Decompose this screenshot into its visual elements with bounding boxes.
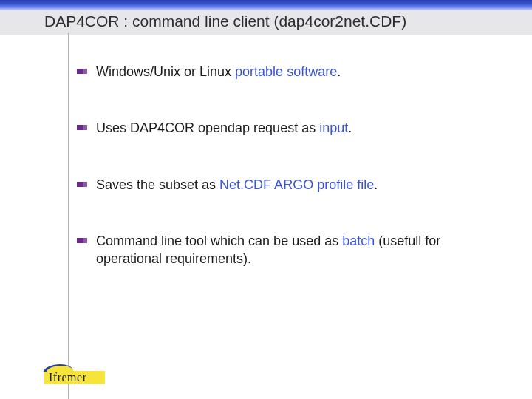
- slide-title: DAP4COR : command line client (dap4cor2n…: [44, 13, 406, 30]
- content-area: Windows/Unix or Linux portable software.…: [0, 35, 532, 267]
- list-item: Uses DAP4COR opendap request as input.: [77, 119, 495, 137]
- text-post: .: [374, 177, 378, 192]
- text-pre: Windows/Unix or Linux: [96, 64, 235, 79]
- text-pre: Command line tool which can be used as: [96, 233, 342, 248]
- text-highlight: input: [319, 120, 348, 135]
- bullet-icon: [77, 69, 87, 74]
- header-gradient-band: [0, 0, 532, 10]
- bullet-icon: [77, 125, 87, 130]
- text-highlight: portable software: [235, 64, 337, 79]
- list-item: Windows/Unix or Linux portable software.: [77, 63, 495, 81]
- logo: Ifremer: [44, 363, 105, 384]
- bullet-icon: [77, 182, 87, 187]
- slide-title-bar: DAP4COR : command line client (dap4cor2n…: [0, 10, 532, 35]
- text-pre: Uses DAP4COR opendap request as: [96, 120, 319, 135]
- list-item: Command line tool which can be used as b…: [77, 232, 495, 268]
- logo-swoosh-icon: [44, 363, 77, 373]
- vertical-divider: [68, 33, 69, 399]
- text-post: .: [348, 120, 352, 135]
- bullet-text: Saves the subset as Net.CDF ARGO profile…: [96, 176, 495, 194]
- bullet-text: Command line tool which can be used as b…: [96, 232, 495, 268]
- text-highlight: batch: [342, 233, 375, 248]
- bullet-icon: [77, 238, 87, 243]
- text-pre: Saves the subset as: [96, 177, 219, 192]
- text-post: .: [337, 64, 341, 79]
- text-highlight: Net.CDF ARGO profile file: [219, 177, 374, 192]
- bullet-text: Windows/Unix or Linux portable software.: [96, 63, 495, 81]
- list-item: Saves the subset as Net.CDF ARGO profile…: [77, 176, 495, 194]
- bullet-text: Uses DAP4COR opendap request as input.: [96, 119, 495, 137]
